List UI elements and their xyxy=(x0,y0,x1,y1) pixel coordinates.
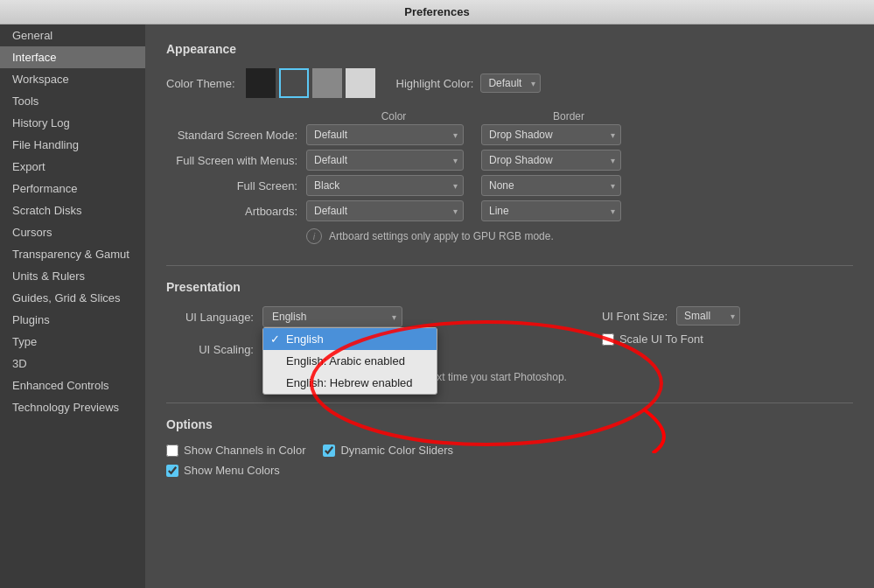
sidebar-item-workspace[interactable]: Workspace xyxy=(0,68,145,90)
options-row-1: Show Menu Colors xyxy=(166,464,853,477)
color-swatches xyxy=(246,68,375,98)
swatch-dark[interactable] xyxy=(279,68,309,98)
options-title: Options xyxy=(166,417,853,431)
sidebar-item-transparency-gamut[interactable]: Transparency & Gamut xyxy=(0,243,145,265)
sidebar-item-technology-previews[interactable]: Technology Previews xyxy=(0,396,145,418)
presentation-section: Presentation UI Language: English Englis… xyxy=(166,280,853,385)
ui-scaling-label: UI Scaling: xyxy=(166,343,254,356)
option-item-1-0: Show Menu Colors xyxy=(166,464,280,477)
artboard-note-text: Artboard settings only apply to GPU RGB … xyxy=(329,230,554,242)
scale-ui-to-font-checkbox[interactable] xyxy=(602,333,614,346)
screen-rows: Standard Screen Mode:Default▾Drop Shadow… xyxy=(166,124,853,221)
screen-row-color-0: Default▾ xyxy=(306,124,481,145)
appearance-section: Appearance Color Theme: Highlight Color:… xyxy=(166,42,853,244)
color-select-2[interactable]: Black▾ xyxy=(306,175,464,196)
sidebar-item-general[interactable]: General xyxy=(0,24,145,46)
color-theme-row: Color Theme: Highlight Color: Default xyxy=(166,68,853,98)
screen-row-1: Full Screen with Menus:Default▾Drop Shad… xyxy=(166,150,853,171)
ui-language-menu: EnglishEnglish: Arabic enabledEnglish: H… xyxy=(262,327,437,395)
sidebar-item-export[interactable]: Export xyxy=(0,156,145,178)
option-item-0-0: Show Channels in Color xyxy=(166,444,305,457)
sidebar-item-enhanced-controls[interactable]: Enhanced Controls xyxy=(0,374,145,396)
screen-row-color-2: Black▾ xyxy=(306,175,481,196)
color-select-1[interactable]: Default▾ xyxy=(306,150,464,171)
highlight-color-select[interactable]: Default xyxy=(480,74,541,93)
pres-right: UI Font Size: Small Medium Large Scal xyxy=(602,306,740,346)
scale-ui-to-font-label: Scale UI To Font xyxy=(619,332,703,346)
screen-row-border-3: Line▾ xyxy=(481,200,656,221)
sidebar-item-performance[interactable]: Performance xyxy=(0,178,145,200)
sidebar-item-guides-grid-slices[interactable]: Guides, Grid & Slices xyxy=(0,287,145,309)
presentation-title: Presentation xyxy=(166,280,853,294)
ui-language-trigger[interactable]: English xyxy=(262,306,402,327)
swatch-black[interactable] xyxy=(246,68,276,98)
screen-row-2: Full Screen:Black▾None▾ xyxy=(166,175,853,196)
lang-option-0[interactable]: English xyxy=(263,328,437,350)
option-label-0-0: Show Channels in Color xyxy=(184,444,305,457)
screen-row-border-0: Drop Shadow▾ xyxy=(481,124,656,145)
divider-2 xyxy=(166,402,853,403)
color-select-3[interactable]: Default▾ xyxy=(306,200,464,221)
artboard-note: i Artboard settings only apply to GPU RG… xyxy=(306,228,853,244)
highlight-label: Highlight Color: xyxy=(396,77,474,90)
lang-option-1[interactable]: English: Arabic enabled xyxy=(263,350,437,372)
option-checkbox-1-0[interactable] xyxy=(166,465,178,477)
option-label-0-1: Dynamic Color Sliders xyxy=(340,444,453,457)
presentation-two-col: UI Language: English EnglishEnglish: Ara… xyxy=(166,306,853,385)
artboard-info-icon: i xyxy=(306,228,322,244)
ui-font-size-select[interactable]: Small Medium Large xyxy=(676,306,740,326)
border-select-2[interactable]: None▾ xyxy=(481,175,621,196)
sidebar-item-units-rulers[interactable]: Units & Rulers xyxy=(0,265,145,287)
ui-language-label: UI Language: xyxy=(166,311,254,324)
col-header-color: Color xyxy=(306,110,481,122)
screen-row-3: Artboards:Default▾Line▾ xyxy=(166,200,853,221)
screen-row-label-1: Full Screen with Menus: xyxy=(166,154,306,167)
screen-row-border-1: Drop Shadow▾ xyxy=(481,150,656,171)
color-theme-label: Color Theme: xyxy=(166,77,235,90)
sidebar-item-interface[interactable]: Interface xyxy=(0,46,145,68)
screen-row-label-0: Standard Screen Mode: xyxy=(166,129,306,142)
sidebar-item-3d[interactable]: 3D xyxy=(0,353,145,374)
sidebar-item-file-handling[interactable]: File Handling xyxy=(0,134,145,156)
sidebar-item-history-log[interactable]: History Log xyxy=(0,112,145,134)
appearance-title: Appearance xyxy=(166,42,853,56)
border-select-0[interactable]: Drop Shadow▾ xyxy=(481,124,621,145)
option-label-1-0: Show Menu Colors xyxy=(184,464,280,477)
pres-left: UI Language: English EnglishEnglish: Ara… xyxy=(166,306,567,385)
highlight-color-row: Highlight Color: Default xyxy=(396,74,542,93)
ui-font-size-label: UI Font Size: xyxy=(602,310,668,323)
border-select-1[interactable]: Drop Shadow▾ xyxy=(481,150,621,171)
ui-font-size-select-wrapper: Small Medium Large xyxy=(676,306,740,326)
screen-row-0: Standard Screen Mode:Default▾Drop Shadow… xyxy=(166,124,853,145)
sidebar-item-type[interactable]: Type xyxy=(0,331,145,353)
ui-language-selected: English xyxy=(272,311,306,323)
option-checkbox-0-1[interactable] xyxy=(323,444,335,457)
screen-row-label-2: Full Screen: xyxy=(166,179,306,192)
options-rows: Show Channels in ColorDynamic Color Slid… xyxy=(166,444,853,477)
color-select-0[interactable]: Default▾ xyxy=(306,124,464,145)
lang-option-2[interactable]: English: Hebrew enabled xyxy=(263,372,437,394)
sidebar-item-cursors[interactable]: Cursors xyxy=(0,221,145,243)
col-header-border: Border xyxy=(481,110,656,122)
title-bar: Preferences xyxy=(0,0,874,24)
sidebar-item-tools[interactable]: Tools xyxy=(0,90,145,112)
highlight-color-select-wrapper: Default xyxy=(480,74,541,93)
border-select-3[interactable]: Line▾ xyxy=(481,200,621,221)
scale-ui-to-font-row: Scale UI To Font xyxy=(602,332,740,346)
screen-row-color-1: Default▾ xyxy=(306,150,481,171)
ui-font-size-row: UI Font Size: Small Medium Large xyxy=(602,306,740,326)
screen-table-header: Color Border xyxy=(166,110,853,122)
screen-row-color-3: Default▾ xyxy=(306,200,481,221)
swatch-light[interactable] xyxy=(346,68,375,98)
sidebar: GeneralInterfaceWorkspaceToolsHistory Lo… xyxy=(0,24,145,588)
sidebar-item-scratch-disks[interactable]: Scratch Disks xyxy=(0,200,145,221)
options-section: Options Show Channels in ColorDynamic Co… xyxy=(166,417,853,477)
sidebar-item-plugins[interactable]: Plugins xyxy=(0,309,145,331)
screen-row-border-2: None▾ xyxy=(481,175,656,196)
ui-language-row: UI Language: English EnglishEnglish: Ara… xyxy=(166,306,567,327)
options-row-0: Show Channels in ColorDynamic Color Slid… xyxy=(166,444,853,457)
ui-language-dropdown-container: English EnglishEnglish: Arabic enabledEn… xyxy=(262,306,402,327)
option-checkbox-0-0[interactable] xyxy=(166,444,178,457)
content-area: Appearance Color Theme: Highlight Color:… xyxy=(145,24,874,588)
swatch-medium[interactable] xyxy=(312,68,342,98)
